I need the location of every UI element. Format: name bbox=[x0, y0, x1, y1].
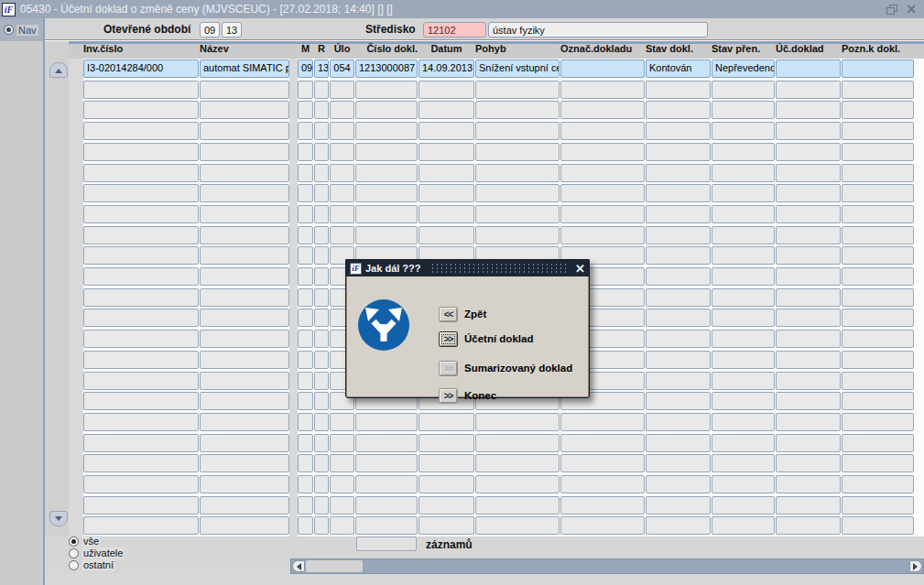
empty-cell-uc_doklad bbox=[776, 81, 841, 99]
empty-cell-stav_dokl bbox=[646, 309, 711, 327]
empty-cell-uc_doklad bbox=[776, 143, 841, 161]
empty-cell-cislo bbox=[355, 143, 418, 161]
empty-cell-r bbox=[314, 288, 329, 307]
window-restore-icon[interactable] bbox=[886, 5, 897, 14]
empty-cell-stav_dokl bbox=[646, 351, 711, 369]
empty-cell-r bbox=[314, 164, 329, 182]
radio-icon[interactable] bbox=[69, 560, 79, 570]
empty-cell-m bbox=[298, 330, 313, 348]
empty-cell-nazev bbox=[200, 246, 289, 265]
cell-oznac[interactable] bbox=[560, 60, 645, 78]
empty-cell-pohyb bbox=[475, 164, 560, 182]
empty-cell-stav_pren bbox=[712, 288, 775, 307]
empty-cell-ulo bbox=[330, 101, 354, 119]
cell-pohyb[interactable]: Snížení vstupní ce bbox=[475, 60, 560, 78]
empty-cell-cislo bbox=[355, 184, 418, 202]
empty-cell-pozn bbox=[842, 372, 914, 390]
horizontal-scrollbar[interactable] bbox=[290, 558, 924, 574]
cell-nazev[interactable]: automat SIMATIC pr bbox=[200, 60, 289, 78]
empty-cell-oznac bbox=[560, 184, 645, 202]
empty-cell-nazev bbox=[200, 143, 289, 161]
dialog-button-glyph-1[interactable]: >> bbox=[439, 331, 458, 347]
center-name-input[interactable] bbox=[488, 22, 708, 38]
empty-cell-nazev bbox=[200, 475, 289, 493]
radio-icon[interactable] bbox=[69, 536, 79, 547]
cell-inv[interactable]: I3-02014284/000 bbox=[83, 60, 199, 78]
empty-cell-stav_dokl bbox=[646, 246, 711, 265]
empty-cell-uc_doklad bbox=[776, 496, 841, 515]
empty-cell-m bbox=[298, 392, 313, 410]
cell-stav_dokl[interactable]: Kontován bbox=[646, 60, 711, 78]
nav-radio-icon[interactable] bbox=[4, 25, 14, 35]
empty-cell-stav_pren bbox=[712, 101, 775, 119]
empty-cell-pohyb bbox=[475, 226, 560, 244]
window-close-icon[interactable]: ✕ bbox=[906, 3, 917, 16]
dialog-close-icon[interactable]: ✕ bbox=[575, 263, 585, 275]
empty-cell-uc_doklad bbox=[776, 184, 841, 202]
empty-cell-uc_doklad bbox=[776, 434, 841, 452]
empty-cell-pohyb bbox=[475, 122, 560, 140]
empty-cell-stav_dokl bbox=[646, 496, 711, 515]
empty-cell-inv bbox=[83, 288, 199, 307]
dialog-titlebar-pattern bbox=[430, 263, 567, 274]
empty-cell-inv bbox=[83, 122, 199, 140]
empty-cell-m bbox=[298, 184, 313, 202]
empty-cell-nazev bbox=[200, 267, 289, 286]
empty-cell-stav_dokl bbox=[646, 143, 711, 161]
column-gap-strip bbox=[289, 59, 298, 537]
empty-cell-stav_dokl bbox=[646, 392, 711, 410]
center-code-input[interactable] bbox=[423, 22, 486, 38]
dialog-button-glyph-3[interactable]: >> bbox=[439, 388, 458, 404]
cell-m[interactable]: 09 bbox=[298, 60, 313, 78]
cell-pozn[interactable] bbox=[842, 60, 914, 78]
cell-stav_pren[interactable]: Nepřevedeno bbox=[712, 60, 775, 78]
empty-cell-uc_doklad bbox=[776, 226, 841, 244]
dialog-titlebar: iF Jak dál ??? ✕ bbox=[346, 260, 589, 276]
filter-radio-ostatni[interactable]: ostatní bbox=[69, 559, 124, 570]
empty-cell-stav_dokl bbox=[646, 101, 711, 119]
radio-icon[interactable] bbox=[69, 548, 79, 558]
scroll-up-button[interactable] bbox=[49, 62, 68, 78]
empty-cell-stav_pren bbox=[712, 475, 775, 493]
dialog-button-glyph-0[interactable]: << bbox=[439, 307, 458, 322]
empty-cell-m bbox=[298, 267, 313, 286]
empty-cell-pozn bbox=[842, 143, 914, 161]
record-scrollbar-track[interactable] bbox=[45, 41, 69, 536]
empty-cell-pozn bbox=[842, 309, 914, 327]
empty-cell-cislo bbox=[355, 101, 418, 119]
empty-cell-nazev bbox=[200, 226, 289, 244]
record-count-input[interactable] bbox=[356, 536, 417, 551]
filter-radio-vse[interactable]: vše bbox=[69, 536, 124, 547]
empty-cell-pozn bbox=[842, 288, 914, 307]
empty-cell-stav_dokl bbox=[646, 184, 711, 202]
empty-cell-oznac bbox=[560, 205, 645, 223]
open-period-label: Otevřené období bbox=[103, 23, 190, 36]
nav-panel: Nav bbox=[0, 18, 43, 585]
scroll-left-button[interactable] bbox=[292, 560, 305, 572]
filter-radio-uzivatele[interactable]: uživatele bbox=[69, 547, 124, 558]
period-from-input[interactable] bbox=[200, 22, 220, 38]
scroll-right-button[interactable] bbox=[909, 560, 922, 572]
cell-datum[interactable]: 14.09.2013 bbox=[419, 60, 474, 78]
period-to-input[interactable] bbox=[222, 22, 242, 38]
empty-cell-cislo bbox=[355, 496, 418, 515]
col-header-pohyb: Pohyb bbox=[475, 43, 560, 54]
empty-cell-stav_dokl bbox=[646, 454, 711, 472]
empty-cell-datum bbox=[419, 226, 474, 244]
empty-cell-nazev bbox=[200, 516, 289, 535]
scroll-down-button[interactable] bbox=[49, 511, 68, 526]
horizontal-scrollbar-thumb[interactable] bbox=[306, 560, 363, 572]
arrow-up-icon bbox=[55, 65, 62, 73]
col-header-ulo: Úlo bbox=[330, 43, 354, 54]
cell-cislo[interactable]: 1213000087 bbox=[355, 60, 418, 78]
empty-cell-m bbox=[298, 372, 313, 390]
empty-cell-stav_dokl bbox=[646, 434, 711, 452]
empty-cell-pozn bbox=[842, 496, 914, 515]
empty-cell-stav_dokl bbox=[646, 330, 711, 348]
cell-uc_doklad[interactable] bbox=[776, 60, 841, 78]
nav-toggle[interactable]: Nav bbox=[0, 18, 43, 41]
cell-r[interactable]: 13 bbox=[314, 60, 329, 78]
empty-cell-stav_pren bbox=[712, 516, 775, 535]
empty-cell-pozn bbox=[842, 226, 914, 244]
cell-ulo[interactable]: 054 bbox=[330, 60, 354, 78]
